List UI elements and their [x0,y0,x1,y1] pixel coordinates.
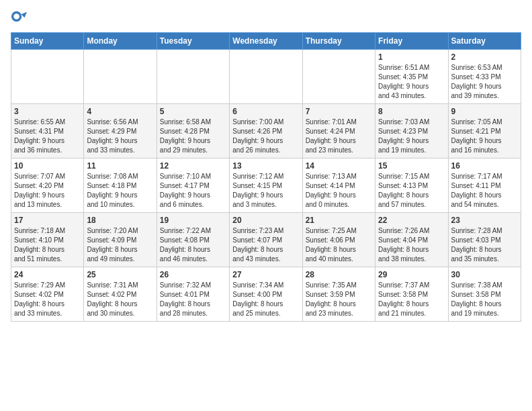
calendar-cell: 23Sunrise: 7:28 AM Sunset: 4:03 PM Dayli… [448,213,521,267]
day-number: 12 [160,161,226,171]
day-info: Sunrise: 7:28 AM Sunset: 4:03 PM Dayligh… [451,226,518,264]
calendar-week-row: 17Sunrise: 7:18 AM Sunset: 4:10 PM Dayli… [11,213,521,267]
day-number: 6 [232,107,299,116]
day-info: Sunrise: 7:07 AM Sunset: 4:20 PM Dayligh… [14,172,81,210]
day-info: Sunrise: 7:03 AM Sunset: 4:23 PM Dayligh… [378,118,445,155]
calendar-cell: 17Sunrise: 7:18 AM Sunset: 4:10 PM Dayli… [11,213,84,267]
col-header-tuesday: Tuesday [157,33,229,50]
day-info: Sunrise: 6:56 AM Sunset: 4:29 PM Dayligh… [87,118,153,155]
day-info: Sunrise: 7:34 AM Sunset: 4:00 PM Dayligh… [232,281,299,318]
day-number: 24 [14,270,81,279]
day-number: 23 [451,216,518,225]
day-number: 11 [87,161,153,171]
calendar-table: SundayMondayTuesdayWednesdayThursdayFrid… [11,32,521,322]
day-number: 7 [306,107,372,116]
calendar-cell: 29Sunrise: 7:37 AM Sunset: 3:58 PM Dayli… [375,267,448,322]
day-number: 27 [232,270,299,279]
calendar-cell [11,50,84,104]
calendar-cell: 21Sunrise: 7:25 AM Sunset: 4:06 PM Dayli… [302,213,375,267]
day-number: 29 [378,270,445,279]
day-info: Sunrise: 7:31 AM Sunset: 4:02 PM Dayligh… [87,281,153,318]
calendar-week-row: 1Sunrise: 6:51 AM Sunset: 4:35 PM Daylig… [11,50,521,104]
day-number: 14 [306,161,372,171]
day-number: 18 [87,216,153,225]
calendar-week-row: 10Sunrise: 7:07 AM Sunset: 4:20 PM Dayli… [11,158,521,213]
calendar-cell: 24Sunrise: 7:29 AM Sunset: 4:02 PM Dayli… [11,267,84,322]
calendar-cell: 26Sunrise: 7:32 AM Sunset: 4:01 PM Dayli… [157,267,229,322]
calendar-header-row: SundayMondayTuesdayWednesdayThursdayFrid… [11,33,521,50]
day-number: 17 [14,216,81,225]
calendar-cell: 14Sunrise: 7:13 AM Sunset: 4:14 PM Dayli… [302,158,375,213]
day-info: Sunrise: 6:53 AM Sunset: 4:33 PM Dayligh… [451,63,518,101]
logo-icon [11,11,27,27]
calendar-cell [302,50,375,104]
day-info: Sunrise: 7:20 AM Sunset: 4:09 PM Dayligh… [87,226,153,264]
day-info: Sunrise: 7:25 AM Sunset: 4:06 PM Dayligh… [306,226,372,264]
day-info: Sunrise: 7:38 AM Sunset: 3:58 PM Dayligh… [451,281,518,318]
calendar-cell: 2Sunrise: 6:53 AM Sunset: 4:33 PM Daylig… [448,50,521,104]
calendar-cell [84,50,157,104]
svg-marker-2 [21,12,27,18]
day-number: 30 [451,270,518,279]
day-info: Sunrise: 6:51 AM Sunset: 4:35 PM Dayligh… [378,63,445,101]
calendar-cell: 5Sunrise: 6:58 AM Sunset: 4:28 PM Daylig… [157,104,229,158]
day-number: 21 [306,216,372,225]
calendar-cell [230,50,302,104]
day-info: Sunrise: 7:15 AM Sunset: 4:13 PM Dayligh… [378,172,445,210]
col-header-friday: Friday [375,33,448,50]
col-header-thursday: Thursday [302,33,375,50]
day-number: 22 [378,216,445,225]
calendar-cell: 27Sunrise: 7:34 AM Sunset: 4:00 PM Dayli… [230,267,302,322]
col-header-saturday: Saturday [448,33,521,50]
day-number: 9 [451,107,518,116]
day-info: Sunrise: 6:58 AM Sunset: 4:28 PM Dayligh… [160,118,226,155]
calendar-cell: 25Sunrise: 7:31 AM Sunset: 4:02 PM Dayli… [84,267,157,322]
day-info: Sunrise: 7:29 AM Sunset: 4:02 PM Dayligh… [14,281,81,318]
calendar-cell: 4Sunrise: 6:56 AM Sunset: 4:29 PM Daylig… [84,104,157,158]
day-info: Sunrise: 7:35 AM Sunset: 3:59 PM Dayligh… [306,281,372,318]
day-number: 8 [378,107,445,116]
page-header [11,11,521,27]
day-info: Sunrise: 7:22 AM Sunset: 4:08 PM Dayligh… [160,226,226,264]
day-info: Sunrise: 7:26 AM Sunset: 4:04 PM Dayligh… [378,226,445,264]
day-number: 26 [160,270,226,279]
calendar-cell: 6Sunrise: 7:00 AM Sunset: 4:26 PM Daylig… [230,104,302,158]
day-info: Sunrise: 7:17 AM Sunset: 4:11 PM Dayligh… [451,172,518,210]
day-info: Sunrise: 7:23 AM Sunset: 4:07 PM Dayligh… [232,226,299,264]
day-number: 10 [14,161,81,171]
day-info: Sunrise: 7:05 AM Sunset: 4:21 PM Dayligh… [451,118,518,155]
day-number: 1 [378,52,445,62]
calendar-cell: 9Sunrise: 7:05 AM Sunset: 4:21 PM Daylig… [448,104,521,158]
calendar-cell: 28Sunrise: 7:35 AM Sunset: 3:59 PM Dayli… [302,267,375,322]
calendar-cell: 20Sunrise: 7:23 AM Sunset: 4:07 PM Dayli… [230,213,302,267]
calendar-cell: 10Sunrise: 7:07 AM Sunset: 4:20 PM Dayli… [11,158,84,213]
day-number: 19 [160,216,226,225]
day-info: Sunrise: 7:12 AM Sunset: 4:15 PM Dayligh… [232,172,299,210]
day-info: Sunrise: 7:01 AM Sunset: 4:24 PM Dayligh… [306,118,372,155]
day-number: 28 [306,270,372,279]
calendar-cell: 11Sunrise: 7:08 AM Sunset: 4:18 PM Dayli… [84,158,157,213]
calendar-cell: 30Sunrise: 7:38 AM Sunset: 3:58 PM Dayli… [448,267,521,322]
day-info: Sunrise: 7:37 AM Sunset: 3:58 PM Dayligh… [378,281,445,318]
calendar-cell: 18Sunrise: 7:20 AM Sunset: 4:09 PM Dayli… [84,213,157,267]
calendar-cell: 7Sunrise: 7:01 AM Sunset: 4:24 PM Daylig… [302,104,375,158]
day-info: Sunrise: 7:13 AM Sunset: 4:14 PM Dayligh… [306,172,372,210]
day-number: 4 [87,107,153,116]
col-header-sunday: Sunday [11,33,84,50]
svg-point-1 [13,13,19,19]
calendar-week-row: 3Sunrise: 6:55 AM Sunset: 4:31 PM Daylig… [11,104,521,158]
day-info: Sunrise: 7:10 AM Sunset: 4:17 PM Dayligh… [160,172,226,210]
day-info: Sunrise: 6:55 AM Sunset: 4:31 PM Dayligh… [14,118,81,155]
logo [11,11,30,27]
calendar-cell [157,50,229,104]
col-header-wednesday: Wednesday [230,33,302,50]
calendar-cell: 12Sunrise: 7:10 AM Sunset: 4:17 PM Dayli… [157,158,229,213]
day-info: Sunrise: 7:00 AM Sunset: 4:26 PM Dayligh… [232,118,299,155]
calendar-cell: 19Sunrise: 7:22 AM Sunset: 4:08 PM Dayli… [157,213,229,267]
day-number: 13 [232,161,299,171]
day-number: 2 [451,52,518,62]
calendar-cell: 15Sunrise: 7:15 AM Sunset: 4:13 PM Dayli… [375,158,448,213]
col-header-monday: Monday [84,33,157,50]
day-info: Sunrise: 7:18 AM Sunset: 4:10 PM Dayligh… [14,226,81,264]
calendar-cell: 1Sunrise: 6:51 AM Sunset: 4:35 PM Daylig… [375,50,448,104]
